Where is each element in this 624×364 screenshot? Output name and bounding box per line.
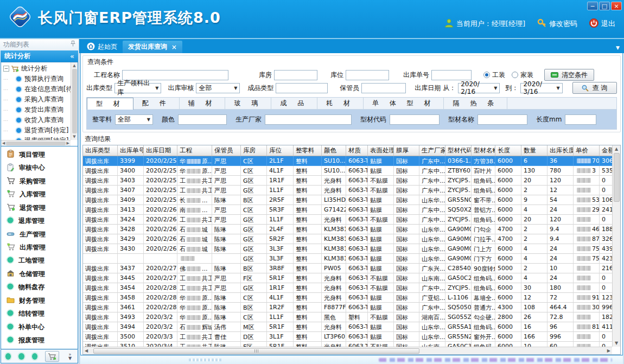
- factory-input[interactable]: [265, 114, 352, 125]
- scroll-down-icon[interactable]: ▼: [73, 135, 75, 139]
- sidebar-item-9[interactable]: 仓储管理: [1, 268, 78, 280]
- sidebar-item-6[interactable]: 生产管理: [1, 228, 78, 240]
- table-row[interactable]: 调拨出库34542020/2/28工共工程严思G区1R1F整料光身料6063-T…: [83, 283, 612, 293]
- table-row[interactable]: 调拨出库33992020/2/25华原...严思C区2L1F整料SU10...6…: [83, 156, 612, 166]
- column-header[interactable]: 膜厚: [394, 145, 419, 156]
- profile-name-input[interactable]: [477, 114, 527, 125]
- tree-item[interactable]: ⋯ 收货入库查询: [3, 115, 71, 125]
- sidebar-item-7[interactable]: 出库管理: [1, 242, 78, 254]
- tree-root-statistics[interactable]: − 统计分析: [3, 63, 71, 74]
- module-shortcut-icon[interactable]: [32, 353, 37, 360]
- tree-item[interactable]: ⋯ 在途信息查询[待: [3, 84, 71, 94]
- minimize-button[interactable]: ─: [587, 2, 598, 10]
- material-tab[interactable]: 辅 材: [180, 98, 226, 109]
- more-buttons-chevron[interactable]: »▼: [67, 353, 73, 360]
- material-tab[interactable]: 玻 璃: [225, 98, 271, 109]
- pin-icon[interactable]: [71, 41, 75, 48]
- module-shortcut-icon[interactable]: [5, 353, 11, 360]
- table-row[interactable]: 调拨出库35102020/3/4工共工程陈琳F区5R1F整料光身料6063-T5…: [83, 342, 612, 347]
- logout-button[interactable]: 退出: [589, 18, 615, 29]
- material-tab[interactable]: 成 品: [271, 98, 317, 109]
- table-row[interactable]: 调拨出库34932020/3/2华原...陈琳C区1L1F整料黑色塑料不贴膜国标…: [83, 312, 612, 322]
- tab-close-icon[interactable]: ×: [171, 43, 177, 51]
- scroll-down-icon[interactable]: ▼: [615, 341, 618, 346]
- table-row[interactable]: 调拨出库34612020/2/28华原...陈琳B区1R2F整料F8877FT6…: [83, 303, 612, 312]
- scroll-up-icon[interactable]: ▲: [615, 146, 618, 151]
- location-input[interactable]: [346, 70, 389, 80]
- sidebar-item-12[interactable]: 结转管理: [1, 308, 78, 320]
- material-tab[interactable]: 耗 材: [317, 98, 364, 109]
- profile-code-input[interactable]: [390, 114, 440, 125]
- scroll-left-icon[interactable]: ◀: [2, 141, 5, 145]
- table-row[interactable]: 调拨出库34582020/2/28华原...陈琳C区4L1F整料光身料6063-…: [83, 293, 612, 303]
- maximize-button[interactable]: □: [599, 2, 610, 10]
- tree-item[interactable]: ⋯ 退货查询[待定]: [3, 125, 71, 136]
- tree-item[interactable]: ⋯ 预算执行查询: [3, 74, 71, 84]
- sidebar-item-14[interactable]: 报废管理: [1, 335, 78, 347]
- column-header[interactable]: 出库日期: [144, 145, 177, 156]
- tab-shipment-outbound-query[interactable]: 发货出库查询 ×: [123, 41, 182, 53]
- column-header[interactable]: 库房: [241, 145, 267, 156]
- table-row[interactable]: 调拨出库35002020/3/3工共工程曹佳D区3L1F整料LT3P606063…: [83, 332, 612, 342]
- table-row[interactable]: 调拨出库34132020/2/26南...严思C区5R3F整料G71422606…: [83, 205, 612, 215]
- order-no-input[interactable]: [431, 70, 472, 80]
- table-horizontal-scrollbar[interactable]: ◀ ▶: [83, 347, 612, 354]
- table-row[interactable]: G区3L3F整料KLM38176063-T5贴膜国标山东华...GA90M09.…: [83, 254, 612, 264]
- column-header[interactable]: 工程: [177, 145, 212, 156]
- whole-part-select[interactable]: 全部▼: [115, 114, 153, 125]
- table-row[interactable]: 调拨出库34072020/2/25工共工程严思G区1L1F整料光身料6063-T…: [83, 186, 612, 195]
- column-header[interactable]: 金额: [600, 145, 612, 156]
- column-header[interactable]: 长度: [495, 145, 521, 156]
- column-header[interactable]: 数量: [521, 145, 547, 156]
- change-password-button[interactable]: 修改密码: [537, 18, 577, 29]
- table-row[interactable]: 调拨出库34282020/2/26石城陈琳G区2L4F整料KLM38176063…: [83, 225, 612, 234]
- audit-select[interactable]: 全部▼: [196, 83, 240, 93]
- clear-conditions-button[interactable]: 清空条件: [544, 69, 594, 81]
- module-shortcut-icon[interactable]: [18, 353, 24, 360]
- tree-item[interactable]: ⋯ 采购入库查询: [3, 94, 71, 105]
- sidebar-item-8[interactable]: 工地管理: [1, 255, 78, 267]
- radio-industrial[interactable]: [483, 72, 490, 78]
- sidebar-item-11[interactable]: 财务管理: [1, 295, 78, 306]
- table-vertical-scrollbar[interactable]: ▲ ▼: [612, 145, 620, 347]
- outbound-type-select[interactable]: 生产领料出库▼: [114, 83, 161, 93]
- collapse-icon[interactable]: «: [70, 52, 74, 60]
- material-tab[interactable]: 型 材: [87, 98, 133, 110]
- column-header[interactable]: 出库长度: [547, 145, 574, 156]
- sidebar-item-1[interactable]: 审核中心: [1, 162, 78, 174]
- scroll-up-icon[interactable]: ▲: [73, 63, 75, 68]
- table-row[interactable]: 调拨出库34002020/2/25华原...严思C区4L1F整料SU10...6…: [83, 166, 612, 176]
- keeper-input[interactable]: [361, 83, 406, 93]
- tab-home[interactable]: 起始页: [81, 41, 123, 53]
- column-header[interactable]: 颜色: [322, 145, 346, 156]
- column-header[interactable]: 出库单号: [118, 145, 144, 156]
- sidebar-item-2[interactable]: 采购管理: [1, 175, 78, 187]
- radio-home[interactable]: [512, 72, 518, 78]
- sidebar-item-3[interactable]: 入库管理: [1, 189, 78, 201]
- date-from-select[interactable]: 2020/ 2/16▼: [458, 83, 500, 93]
- table-row[interactable]: 调拨出库34302020/2/26石城陈琳G区3L3F整料KLM38176063…: [83, 244, 612, 254]
- column-header[interactable]: 生产厂家: [419, 145, 445, 156]
- table-row[interactable]: 调拨出库34372020/2/27佛...陈琳B区3R8F整料PW056063-…: [83, 264, 612, 273]
- column-header[interactable]: 单价: [574, 145, 600, 156]
- table-row[interactable]: 调拨出库34452020/2/27工共工程严思F区5R1F整料光身料6063-T…: [83, 273, 612, 283]
- tree-horizontal-scrollbar[interactable]: ◀ ▶: [1, 140, 71, 146]
- column-header[interactable]: 保管员: [212, 145, 241, 156]
- sidebar-item-10[interactable]: 物料盘存: [1, 282, 78, 293]
- column-header[interactable]: 型材代码: [445, 145, 472, 156]
- column-header[interactable]: 型材名称: [472, 145, 495, 156]
- tree-expander-icon[interactable]: −: [3, 66, 9, 72]
- sidebar-item-0[interactable]: 项目管理: [1, 149, 78, 161]
- column-header[interactable]: 材质: [346, 145, 368, 156]
- sidebar-item-13[interactable]: 补单中心: [1, 321, 78, 333]
- column-header[interactable]: 整零料: [294, 145, 322, 156]
- table-row[interactable]: 调拨出库34292020/2/26石城陈琳G区5R2F整料KLM38176063…: [83, 234, 612, 244]
- date-to-select[interactable]: 2020/ 3/16▼: [520, 83, 562, 93]
- tree-item[interactable]: ⋯ 退库管理[待定]: [3, 136, 71, 140]
- material-tab[interactable]: 单 体 型 材: [364, 98, 444, 109]
- sidebar-item-5[interactable]: 退库管理: [1, 215, 78, 227]
- tree-item[interactable]: ⋯ 发货出库查询: [3, 105, 71, 115]
- search-button[interactable]: 查 询: [572, 82, 617, 94]
- color-input[interactable]: [178, 114, 227, 125]
- material-tab[interactable]: 配 件: [133, 98, 180, 109]
